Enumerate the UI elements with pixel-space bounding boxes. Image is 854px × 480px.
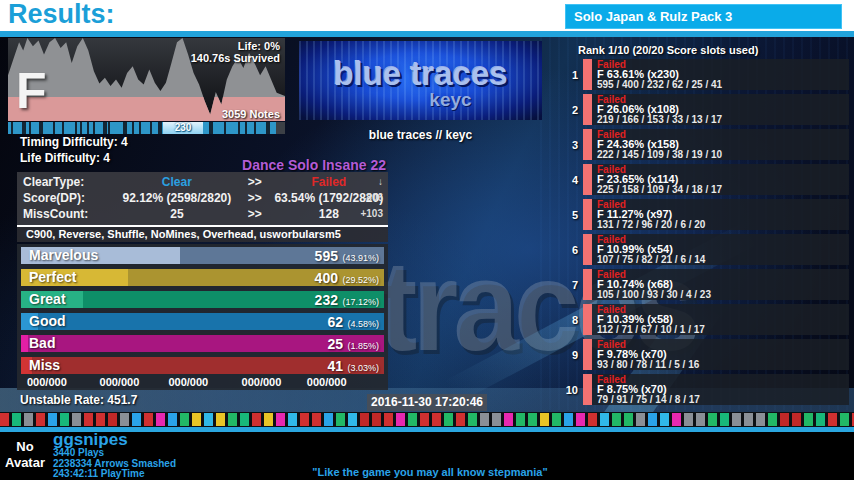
life-graph-panel: F Life: 0% 140.76s Survived 3059 Notes: [8, 38, 285, 121]
density-tick: [139, 122, 141, 134]
scoreboard-entry[interactable]: FailedF 8.75% (x70)79 / 91 / 75 / 14 / 8…: [583, 374, 849, 405]
player-bar: NoAvatar ggsnipes 3440 Plays2238334 Arro…: [0, 432, 854, 480]
strip-square: [396, 413, 405, 426]
strip-square: [108, 413, 117, 426]
player-stats: 3440 Plays2238334 Arrows Smashed243:42:1…: [53, 448, 176, 480]
strip-square: [456, 413, 465, 426]
scoreboard-entry[interactable]: FailedF 24.36% (x158)222 / 145 / 109 / 3…: [583, 129, 849, 160]
strip-square: [240, 413, 249, 426]
strip-square: [636, 413, 645, 426]
entry-judgment-counts: 79 / 91 / 75 / 14 / 8 / 17: [597, 394, 700, 405]
strip-square: [84, 413, 93, 426]
timing-difficulty-label: Timing Difficulty: 4: [20, 135, 128, 149]
scoreboard-entry[interactable]: FailedF 23.65% (x114)225 / 158 / 109 / 3…: [583, 164, 849, 195]
scoreboard-header: Rank 1/10 (20/20 Score slots used): [578, 44, 758, 56]
density-tick: [158, 122, 162, 134]
strip-square: [540, 413, 549, 426]
density-tick: [238, 122, 240, 134]
scoreboard-entry[interactable]: FailedF 9.78% (x70)93 / 80 / 78 / 11 / 5…: [583, 339, 849, 370]
strip-square: [744, 413, 753, 426]
judgment-count: 25 (1.85%): [327, 335, 379, 352]
failed-marker: [583, 94, 592, 125]
scoreboard-entry[interactable]: FailedF 11.27% (x97)131 / 72 / 96 / 20 /…: [583, 199, 849, 230]
stats-compare-panel: ClearType:Clear>>Failed↓Score(DP):92.12%…: [17, 172, 388, 227]
strip-square: [660, 413, 669, 426]
scoreboard-entry[interactable]: FailedF 10.74% (x68)105 / 100 / 93 / 30 …: [583, 269, 849, 300]
player-stat-line: 3440 Plays: [53, 448, 176, 459]
entry-judgment-counts: 225 / 158 / 109 / 34 / 18 / 17: [597, 184, 722, 195]
judgment-count: 400 (29.52%): [315, 269, 379, 286]
strip-square: [816, 413, 825, 426]
scoreboard-entry[interactable]: FailedF 63.61% (x230)595 / 400 / 232 / 6…: [583, 59, 849, 90]
stats-row: ClearType:Clear>>Failed↓: [17, 174, 388, 190]
entry-judgment-counts: 107 / 75 / 82 / 21 / 6 / 14: [597, 254, 705, 265]
strip-square: [420, 413, 429, 426]
strip-square: [648, 413, 657, 426]
judgment-bar-fill: [21, 335, 28, 352]
judgment-count: 595 (43.91%): [315, 247, 379, 264]
scoreboard-rank: 9: [558, 349, 578, 361]
entry-judgment-counts: 222 / 145 / 109 / 38 / 19 / 10: [597, 149, 722, 160]
strip-square: [828, 413, 837, 426]
density-tick: [39, 122, 43, 134]
scoreboard-entry[interactable]: FailedF 10.39% (x58)112 / 71 / 67 / 10 /…: [583, 304, 849, 335]
strip-square: [696, 413, 705, 426]
density-bar-highlight: 230: [163, 122, 203, 134]
scoreboard-entry[interactable]: FailedF 10.99% (x54)107 / 75 / 82 / 21 /…: [583, 234, 849, 265]
density-tick: [22, 122, 26, 134]
strip-square: [96, 413, 105, 426]
strip-square: [360, 413, 369, 426]
strip-square: [120, 413, 129, 426]
strip-square: [384, 413, 393, 426]
strip-square: [72, 413, 81, 426]
strip-square: [348, 413, 357, 426]
survived-label: 140.76s Survived: [191, 52, 280, 64]
stats-row: Score(DP):92.12% (2598/2820)>>63.54% (17…: [17, 190, 388, 206]
banner-song-title: blue traces: [299, 55, 542, 93]
avatar: NoAvatar: [2, 434, 48, 478]
judgment-count: 232 (17.12%): [315, 291, 379, 308]
strip-square: [48, 413, 57, 426]
datetime-label: 2016-11-30 17:20:46: [367, 394, 487, 411]
density-tick: [93, 122, 95, 134]
scoreboard-rank: 8: [558, 314, 578, 326]
strip-square: [444, 413, 453, 426]
strip-square: [408, 413, 417, 426]
scoreboard-entry[interactable]: FailedF 26.06% (x108)219 / 166 / 153 / 3…: [583, 94, 849, 125]
song-caption: blue traces // keyc: [299, 128, 542, 142]
grade-letter: F: [16, 62, 47, 120]
scoreboard-rank: 5: [558, 209, 578, 221]
strip-square: [192, 413, 201, 426]
judgment-label: Miss: [29, 357, 60, 374]
density-tick: [108, 122, 110, 134]
strip-square: [0, 413, 9, 426]
entry-judgment-counts: 219 / 166 / 153 / 33 / 13 / 17: [597, 114, 722, 125]
strip-square: [252, 413, 261, 426]
judgment-panel: Holds 000/000Rolls 000/000Mines 000/000L…: [17, 244, 388, 390]
judgment-bar-bad: Bad25 (1.85%): [21, 335, 384, 352]
failed-marker: [583, 129, 592, 160]
strip-square: [768, 413, 777, 426]
strip-square: [324, 413, 333, 426]
strip-square: [780, 413, 789, 426]
entry-judgment-counts: 595 / 400 / 232 / 62 / 25 / 41: [597, 79, 722, 90]
failed-marker: [583, 304, 592, 335]
density-tick: [266, 122, 270, 134]
strip-square: [564, 413, 573, 426]
scoreboard-rank: 7: [558, 279, 578, 291]
banner-artist: keyc: [299, 89, 542, 111]
judgment-bar-good: Good62 (4.58%): [21, 313, 384, 330]
pack-name: Solo Japan & Rulz Pack 3: [566, 5, 841, 24]
strip-square: [624, 413, 633, 426]
strip-square: [264, 413, 273, 426]
life-difficulty-label: Life Difficulty: 4: [20, 151, 110, 165]
strip-square: [180, 413, 189, 426]
judgment-bar-great: Great232 (17.12%): [21, 291, 384, 308]
scoreboard-rank: 1: [558, 69, 578, 81]
scoreboard-rank: 2: [558, 104, 578, 116]
density-tick: [245, 122, 247, 134]
strip-square: [552, 413, 561, 426]
strip-square: [204, 413, 213, 426]
strip-square: [132, 413, 141, 426]
strip-square: [168, 413, 177, 426]
